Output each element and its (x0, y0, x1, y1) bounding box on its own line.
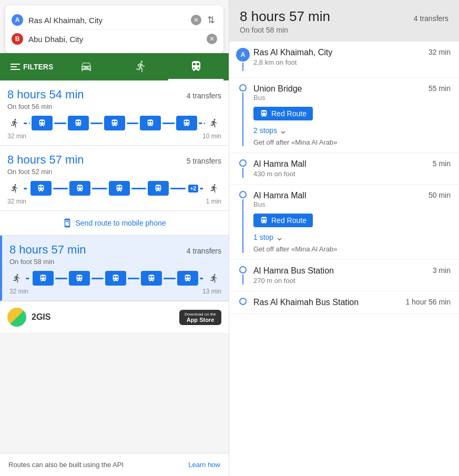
detail-place-alhamra-1: Al Hamra Mall (253, 159, 427, 169)
chevron-down-icon-1: ⌄ (279, 125, 287, 136)
send-route-icon (63, 218, 72, 228)
route-header-2: 8 hours 57 min 5 transfers (7, 153, 221, 167)
detail-row-alhamra-1: Al Hamra Mall 430 m on foot 5 min (229, 153, 459, 185)
union-bridge-dot (239, 84, 247, 92)
route-header-3: 8 hours 57 min 4 transfers (9, 243, 221, 257)
right-header-transfers: 4 transfers (414, 14, 448, 23)
alhamra-2-dot (239, 191, 247, 198)
tl-origin: A (236, 48, 250, 71)
detail-duration-bus-station: 3 min (427, 266, 451, 275)
route-segments-2: +2 (7, 181, 221, 196)
bus-seg-1d (140, 116, 161, 130)
route-times-3: 32 min 13 min (9, 288, 221, 295)
bus-seg-1c (104, 116, 125, 130)
bottom-bar: Routes can also be built using the API L… (0, 453, 229, 476)
bus-seg-3c (105, 271, 126, 286)
detail-duration-alhamra-2: 50 min (423, 191, 451, 199)
learn-how-link[interactable]: Learn how (188, 461, 220, 469)
destination-input[interactable]: Abu Dhabi, City (28, 35, 207, 44)
destination-clear-button[interactable]: ✕ (207, 34, 217, 44)
search-box: A Ras Al Khaimah, City ✕ ⇅ B Abu Dhabi, … (5, 5, 223, 53)
get-off-text-2: Get off after «Mina Al Arab» (253, 245, 423, 253)
plus-badge: +2 (188, 185, 198, 193)
app-store-button[interactable]: Download on the App Store (179, 310, 221, 325)
destination-marker: B (12, 33, 23, 45)
route-card-2[interactable]: 8 hours 57 min 5 transfers On foot 52 mi… (0, 146, 229, 211)
detail-content-bus-station: Al Hamra Bus Station 270 m on foot (250, 266, 427, 285)
origin-marker: A (12, 14, 23, 26)
walk-seg-3-end (207, 271, 221, 286)
red-route-badge-1[interactable]: Red Route (253, 107, 313, 120)
send-route-label: Send route to mobile phone (75, 219, 166, 227)
filter-icon (11, 64, 20, 70)
route-header-1: 8 hours 54 min 4 transfers (7, 88, 221, 102)
detail-content-rak-station: Ras Al Khaimah Bus Station (250, 298, 400, 307)
detail-place-origin: Ras Al Khaimah, City (253, 48, 423, 57)
route-time-1: 8 hours 54 min (7, 88, 84, 102)
detail-duration-union-bridge: 55 min (423, 84, 451, 93)
detail-content-union-bridge: Union Bridge Bus Red Route 2 stops ⌄ Get… (250, 84, 423, 146)
origin-clear-button[interactable]: ✕ (191, 15, 201, 25)
bus-seg-1a (32, 116, 53, 130)
bus-seg-3e (177, 271, 198, 286)
bus-seg-2d (148, 181, 169, 196)
right-panel: 8 hours 57 min 4 transfers On foot 58 mi… (229, 0, 459, 476)
bus-station-dot (239, 266, 247, 274)
filter-car-mode[interactable] (58, 53, 114, 80)
routes-list: 8 hours 54 min 4 transfers On foot 56 mi… (0, 80, 229, 453)
alhamra-1-dot (239, 159, 247, 167)
route-card-1[interactable]: 8 hours 54 min 4 transfers On foot 56 mi… (0, 80, 229, 146)
tl-alhamra-1 (236, 159, 250, 178)
red-route-badge-2[interactable]: Red Route (253, 214, 313, 227)
bus-seg-2a (30, 181, 52, 196)
bus-seg-1e (176, 116, 197, 130)
route-times-2: 32 min 1 min (7, 198, 221, 205)
bus-icon-badge-1 (260, 109, 268, 118)
walk-seg-2-start (7, 181, 22, 196)
filter-transit-mode[interactable] (168, 53, 223, 80)
swap-button[interactable]: ⇅ (205, 14, 217, 26)
stops-count-1: 2 stops (253, 126, 277, 135)
route-detail-list: A Ras Al Khaimah, City 2,8 km on foot 32… (229, 42, 459, 476)
agis-logo-icon (7, 308, 26, 327)
route-segments-3 (9, 271, 221, 286)
origin-input[interactable]: Ras Al Khaimah, City (28, 16, 191, 25)
tl-bus-station (236, 266, 250, 285)
detail-duration-origin: 32 min (423, 48, 451, 56)
route-start-min-1: 32 min (7, 133, 26, 140)
detail-content-origin: Ras Al Khaimah, City 2,8 km on foot (250, 48, 423, 66)
route-time-2: 8 hours 57 min (7, 153, 84, 167)
red-route-label-1: Red Route (271, 109, 307, 118)
filters-label: FILTERS (23, 63, 53, 71)
bus-seg-2c (109, 181, 130, 196)
left-panel: A Ras Al Khaimah, City ✕ ⇅ B Abu Dhabi, … (0, 0, 229, 476)
tl-alhamra-2 (236, 191, 250, 253)
detail-row-union-bridge: Union Bridge Bus Red Route 2 stops ⌄ Get… (229, 78, 459, 153)
stops-toggle-2[interactable]: 1 stop ⌄ (253, 231, 423, 243)
origin-row: A Ras Al Khaimah, City ✕ ⇅ (12, 11, 217, 29)
detail-sub-bus-station: 270 m on foot (253, 277, 427, 285)
stops-toggle-1[interactable]: 2 stops ⌄ (253, 125, 423, 136)
route-end-min-3: 13 min (202, 288, 221, 295)
get-off-text-1: Get off after «Mina Al Arab» (253, 138, 423, 146)
filters-button[interactable]: FILTERS (5, 58, 58, 75)
detail-row-bus-station: Al Hamra Bus Station 270 m on foot 3 min (229, 260, 459, 291)
route-card-3[interactable]: 8 hours 57 min 4 transfers On foot 58 mi… (0, 236, 229, 301)
detail-duration-rak-station: 1 hour 56 min (400, 298, 451, 306)
detail-place-union-bridge: Union Bridge (253, 84, 423, 94)
route-transfers-3: 4 transfers (187, 247, 221, 255)
detail-content-alhamra-2: Al Hamra Mall Bus Red Route 1 stop ⌄ Get… (250, 191, 423, 253)
rak-station-dot (239, 298, 247, 305)
red-route-label-2: Red Route (271, 216, 307, 225)
detail-sub-origin: 2,8 km on foot (253, 58, 423, 66)
detail-row-alhamra-2: Al Hamra Mall Bus Red Route 1 stop ⌄ Get… (229, 185, 459, 260)
dash-1 (24, 123, 30, 124)
send-route-bar[interactable]: Send route to mobile phone (0, 211, 229, 236)
agis-label: 2GIS (32, 312, 50, 322)
right-header-foot: On foot 58 min (240, 26, 448, 34)
stops-count-2: 1 stop (253, 233, 273, 241)
filter-walk-mode[interactable] (114, 53, 169, 80)
route-end-min-1: 10 min (202, 133, 221, 140)
detail-sub-alhamra-1: 430 m on foot (253, 170, 427, 178)
destination-row: B Abu Dhabi, City ✕ (12, 29, 217, 48)
